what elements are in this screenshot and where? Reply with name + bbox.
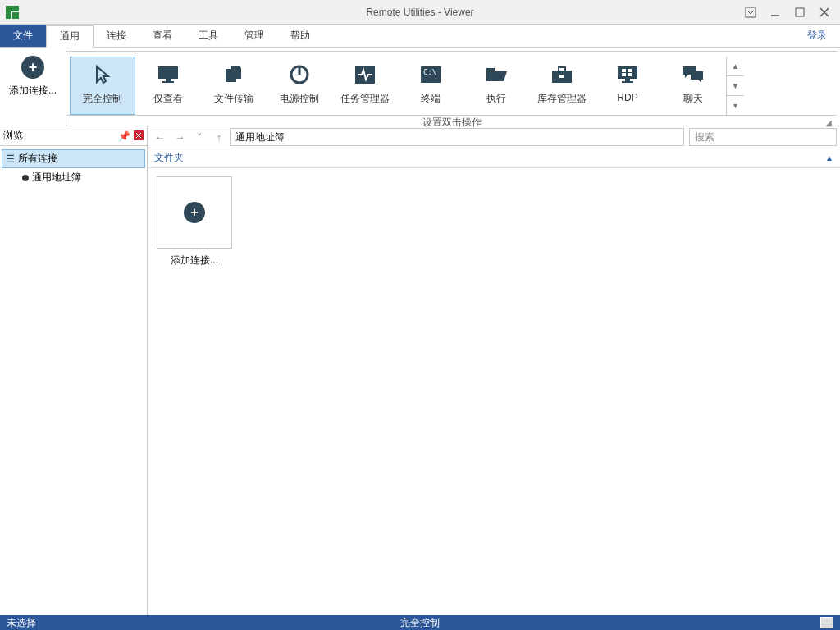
rdp-icon <box>615 62 640 87</box>
svg-rect-18 <box>559 67 565 71</box>
tab-help[interactable]: 帮助 <box>277 25 323 47</box>
monitor-icon <box>156 62 180 87</box>
ribbon-scroll-down[interactable]: ▼ <box>727 75 744 95</box>
svg-rect-22 <box>628 69 632 72</box>
svg-rect-26 <box>622 81 633 83</box>
ribbon-terminal[interactable]: C:\ 终端 <box>398 57 463 115</box>
terminal-icon: C:\ <box>419 62 442 87</box>
sidebar-close-icon[interactable] <box>134 130 144 142</box>
svg-rect-5 <box>796 8 804 16</box>
svg-rect-21 <box>622 69 626 72</box>
svg-rect-24 <box>628 73 632 76</box>
path-input[interactable]: 通用地址簿 <box>230 128 684 146</box>
nav-down-icon[interactable]: ˅ <box>190 128 208 146</box>
svg-rect-8 <box>158 66 178 79</box>
ribbon-power-control[interactable]: 电源控制 <box>267 57 332 115</box>
status-center: 完全控制 <box>0 616 840 630</box>
tab-login[interactable]: 登录 <box>794 25 840 47</box>
ribbon-full-control[interactable]: 完全控制 <box>70 57 135 115</box>
svg-text:C:\: C:\ <box>423 68 436 76</box>
ribbon-rdp[interactable]: RDP <box>595 57 660 115</box>
tile-label: 添加连接... <box>171 253 218 267</box>
ribbon-dialog-launcher-icon[interactable]: ◢ <box>825 118 832 127</box>
ribbon-execute[interactable]: 执行 <box>463 57 529 115</box>
nav-forward-icon[interactable]: → <box>171 128 189 146</box>
svg-rect-10 <box>162 81 174 83</box>
nav-up-icon[interactable]: ↑ <box>210 128 228 146</box>
sidebar-title: 浏览 <box>3 129 23 143</box>
tree-item-general-addressbook[interactable]: 通用地址簿 <box>2 168 145 187</box>
ribbon-expand[interactable]: ▾ <box>727 95 744 115</box>
tree-root-all-connections[interactable]: ☰ 所有连接 <box>2 149 145 168</box>
ribbon-scroll-up[interactable]: ▲ <box>727 57 744 75</box>
tab-connect[interactable]: 连接 <box>94 25 139 47</box>
search-input[interactable]: 搜索 <box>689 128 837 146</box>
list-icon: ☰ <box>6 153 15 165</box>
tree-item-label: 通用地址簿 <box>32 171 81 185</box>
tab-tools[interactable]: 工具 <box>185 25 231 47</box>
svg-rect-3 <box>746 7 756 17</box>
nav-back-icon[interactable]: ← <box>151 128 169 146</box>
window-title: Remote Utilities - Viewer <box>0 7 840 18</box>
tab-general[interactable]: 通用 <box>46 25 94 48</box>
power-icon <box>289 62 310 87</box>
ribbon-group-label: 设置双击操作 <box>422 116 482 130</box>
folder-open-icon <box>484 62 509 87</box>
ribbon-task-manager[interactable]: 任务管理器 <box>332 57 398 115</box>
status-resize-grip-icon[interactable] <box>820 617 833 628</box>
section-collapse-icon[interactable]: ▲ <box>825 153 833 162</box>
window-minimize-icon[interactable] <box>769 7 781 18</box>
bullet-icon <box>22 175 29 181</box>
add-connection-icon[interactable]: + <box>21 56 44 79</box>
chat-icon <box>681 62 705 87</box>
tile-add-connection[interactable]: + 添加连接... <box>156 176 233 267</box>
window-maximize-icon[interactable] <box>794 7 806 18</box>
plus-icon: + <box>184 202 205 223</box>
window-close-icon[interactable] <box>819 7 830 18</box>
ribbon-chat[interactable]: 聊天 <box>660 57 726 115</box>
tab-file[interactable]: 文件 <box>0 25 46 47</box>
app-logo <box>0 0 25 25</box>
status-left: 未选择 <box>7 616 36 630</box>
svg-rect-16 <box>486 68 495 71</box>
activity-icon <box>354 62 377 87</box>
ribbon-inventory[interactable]: 库存管理器 <box>529 57 595 115</box>
files-icon <box>222 62 245 87</box>
svg-rect-2 <box>12 12 19 19</box>
svg-rect-19 <box>559 75 564 78</box>
svg-rect-9 <box>166 79 171 81</box>
svg-rect-23 <box>622 73 626 76</box>
window-tray-icon[interactable] <box>745 7 756 18</box>
svg-rect-25 <box>625 79 630 81</box>
tree-root-label: 所有连接 <box>18 152 57 166</box>
section-title: 文件夹 <box>154 151 184 165</box>
briefcase-icon <box>550 62 574 87</box>
tab-view[interactable]: 查看 <box>139 25 185 47</box>
sidebar-pin-icon[interactable]: 📌 <box>118 130 130 142</box>
cursor-icon <box>92 62 113 87</box>
tab-manage[interactable]: 管理 <box>231 25 277 47</box>
ribbon-file-transfer[interactable]: 文件传输 <box>201 57 267 115</box>
svg-rect-20 <box>618 66 637 79</box>
ribbon-view-only[interactable]: 仅查看 <box>135 57 201 115</box>
add-connection-label[interactable]: 添加连接... <box>9 84 57 98</box>
